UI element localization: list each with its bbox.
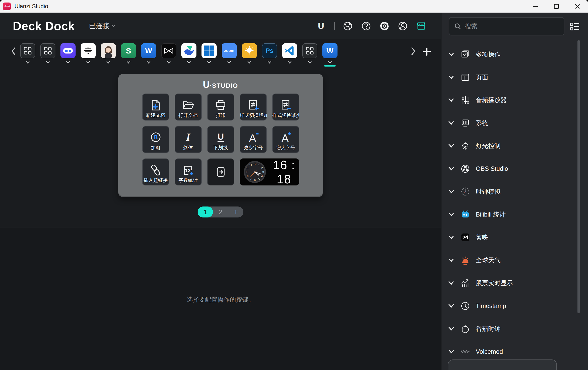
chevron-down-icon[interactable] bbox=[126, 61, 130, 64]
deck-key-print[interactable]: 打印 bbox=[207, 93, 234, 120]
sidebar-category-clock-sim[interactable]: 时钟模拟 bbox=[441, 180, 588, 203]
store-icon[interactable] bbox=[416, 21, 426, 31]
app-tile-grid-3[interactable] bbox=[302, 43, 317, 67]
tomato-icon bbox=[460, 324, 470, 334]
language-globe-icon[interactable] bbox=[343, 21, 353, 31]
account-icon[interactable] bbox=[398, 21, 408, 31]
chevron-down-icon[interactable] bbox=[167, 61, 171, 64]
sidebar-category-multi-action[interactable]: 多项操作 bbox=[441, 43, 588, 66]
app-tile-swoosh[interactable] bbox=[181, 43, 197, 67]
deck-key-navigate[interactable] bbox=[207, 159, 234, 185]
app-tile-avatar[interactable] bbox=[101, 43, 116, 67]
app-tile-word[interactable]: W bbox=[141, 43, 156, 67]
deck-key-style-toggle-decrease[interactable]: 样式切换减少 bbox=[272, 93, 299, 120]
svg-text:11: 11 bbox=[249, 163, 252, 167]
deck-key-underline[interactable]: U 下划线 bbox=[207, 126, 234, 153]
app-tile-vscode[interactable] bbox=[282, 43, 297, 67]
chevron-down-icon[interactable] bbox=[227, 61, 231, 64]
list-view-toggle-button[interactable] bbox=[569, 21, 581, 32]
chevron-down-icon bbox=[448, 236, 454, 239]
chevron-down-icon[interactable] bbox=[86, 61, 90, 64]
app-tile-grid-1[interactable] bbox=[20, 43, 35, 67]
connection-status: 已连接 bbox=[89, 21, 109, 31]
sidebar-category-obs-studio[interactable]: OBS Studio bbox=[441, 157, 588, 180]
sidebar-category-weather[interactable]: 全球天气 bbox=[441, 249, 588, 272]
strip-prev-button[interactable] bbox=[10, 46, 17, 56]
chevron-down-icon[interactable] bbox=[46, 61, 50, 64]
window-title: Ulanzi Studio bbox=[14, 3, 48, 10]
sidebar-category-timestamp[interactable]: Timestamp bbox=[441, 295, 588, 317]
app-tile-grid-2[interactable] bbox=[40, 43, 55, 67]
chevron-down-icon[interactable] bbox=[106, 61, 110, 64]
deck-key-bold[interactable]: B 加粗 bbox=[142, 126, 169, 153]
maximize-button[interactable] bbox=[546, 0, 567, 13]
minimize-button[interactable] bbox=[525, 0, 546, 13]
sidebar-category-light-control[interactable]: 灯光控制 bbox=[441, 134, 588, 157]
settings-gear-icon[interactable] bbox=[379, 21, 390, 31]
svg-text:3: 3 bbox=[262, 170, 264, 174]
app-tile-lightbulb[interactable] bbox=[242, 43, 257, 67]
strip-next-button[interactable] bbox=[410, 46, 417, 56]
deck-key-decrease-font[interactable]: A 减少字号 bbox=[240, 126, 267, 153]
chevron-down-icon[interactable] bbox=[267, 61, 272, 64]
chevron-down-icon[interactable] bbox=[147, 61, 151, 64]
deck-key-increase-font[interactable]: A 增大字号 bbox=[272, 126, 299, 153]
deck-key-clock-widget[interactable]: 12 1 2 3 4 5 6 7 8 9 bbox=[240, 159, 299, 185]
app-tile-window-grid[interactable] bbox=[201, 43, 217, 67]
chevron-down-icon[interactable] bbox=[207, 61, 211, 64]
ulanzi-brand-icon[interactable]: U bbox=[316, 21, 326, 31]
deck-key-word-count[interactable]: 12 字数统计 bbox=[175, 159, 202, 185]
app-tile-robot[interactable] bbox=[61, 43, 75, 67]
app-tile-zoom[interactable]: zoom bbox=[222, 43, 237, 67]
page-layout-icon bbox=[460, 72, 470, 82]
bold-glyph: B bbox=[153, 134, 158, 140]
app-tile-capcut[interactable] bbox=[161, 43, 176, 67]
app-tile-photoshop[interactable]: Ps bbox=[262, 43, 277, 67]
sidebar-category-capcut[interactable]: 剪映 bbox=[441, 226, 588, 249]
chevron-down-icon[interactable] bbox=[66, 61, 70, 64]
toolbar-divider bbox=[334, 22, 335, 30]
key-label: 样式切换增加 bbox=[240, 112, 267, 119]
chevron-down-icon[interactable] bbox=[308, 61, 312, 64]
letter-a-glyph: A bbox=[249, 132, 256, 144]
add-profile-button[interactable] bbox=[422, 47, 432, 57]
chevron-down-icon[interactable] bbox=[247, 61, 252, 64]
category-label: 剪映 bbox=[476, 233, 488, 241]
page-1-button[interactable]: 1 bbox=[198, 207, 213, 218]
grid-keys-icon bbox=[40, 43, 55, 58]
chevron-down-icon bbox=[448, 144, 454, 148]
search-input[interactable] bbox=[464, 22, 561, 30]
connection-status-dropdown[interactable]: 已连接 bbox=[89, 21, 116, 31]
app-tile-word-selected[interactable]: W bbox=[322, 43, 337, 67]
chevron-down-icon bbox=[448, 327, 454, 331]
deck-key-open-document[interactable]: 打开文档 bbox=[175, 93, 202, 120]
sidebar-category-system[interactable]: 系统 bbox=[441, 112, 588, 134]
key-label: 样式切换减少 bbox=[272, 112, 299, 119]
sidebar-category-pomodoro[interactable]: 番茄时钟 bbox=[441, 317, 588, 340]
grid-keys-icon bbox=[20, 43, 35, 58]
deck-key-italic[interactable]: I 斜体 bbox=[175, 126, 202, 153]
category-label: Voicemod bbox=[476, 348, 503, 355]
close-button[interactable] bbox=[567, 0, 588, 13]
deck-key-insert-hyperlink[interactable]: 插入超链接 bbox=[142, 159, 169, 185]
chevron-down-icon[interactable] bbox=[26, 61, 30, 64]
help-icon[interactable] bbox=[361, 21, 371, 31]
chevron-down-icon[interactable] bbox=[288, 61, 292, 64]
sidebar-category-stocks[interactable]: 股票实时显示 bbox=[441, 272, 588, 295]
app-tile-green-s[interactable]: S bbox=[121, 43, 136, 67]
sidebar-category-audio-player[interactable]: 音频播放器 bbox=[441, 89, 588, 112]
chevron-down-icon[interactable] bbox=[328, 61, 332, 64]
search-box[interactable] bbox=[449, 17, 564, 35]
sidebar-scrollbar[interactable] bbox=[578, 40, 580, 313]
key-label: 加粗 bbox=[142, 145, 169, 151]
sidebar-category-bilibili[interactable]: Bilibili 统计 bbox=[441, 203, 588, 226]
page-2-button[interactable]: 2 bbox=[213, 207, 228, 218]
chevron-down-icon[interactable] bbox=[187, 61, 191, 64]
app-tile-emblem[interactable] bbox=[81, 43, 96, 67]
capcut-icon bbox=[161, 43, 176, 58]
sidebar-category-page[interactable]: 页面 bbox=[441, 66, 588, 89]
deck-key-new-document[interactable]: 新建文档 bbox=[142, 93, 169, 120]
add-page-button[interactable]: + bbox=[228, 207, 243, 218]
deck-key-style-toggle-increase[interactable]: 样式切换增加 bbox=[240, 93, 267, 120]
count-glyph: 12 bbox=[185, 168, 190, 173]
